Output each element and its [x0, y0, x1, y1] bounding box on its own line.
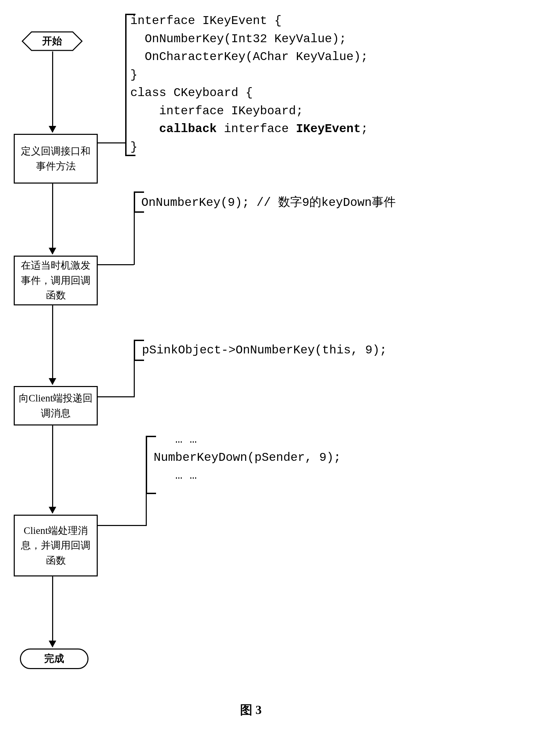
code-line: pSinkObject->OnNumberKey(this, 9); — [142, 343, 387, 357]
start-node: 开始 — [21, 31, 83, 51]
code-line: } — [130, 140, 138, 154]
code-line: callback interface IKeyEvent; — [130, 122, 368, 136]
code-line: … … — [154, 469, 197, 482]
box1-label: 定义回调接口和事件方法 — [18, 144, 93, 174]
code-line: interface IKeyEvent { — [130, 14, 282, 28]
arrow-icon — [52, 184, 53, 254]
end-node: 完成 — [20, 648, 88, 669]
process-trigger-event: 在适当时机激发事件，调用回调函数 — [14, 256, 98, 305]
end-label: 完成 — [44, 652, 64, 666]
box2-label: 在适当时机激发事件，调用回调函数 — [18, 258, 93, 303]
code-line: class CKeyboard { — [130, 86, 253, 100]
process-define-callback: 定义回调接口和事件方法 — [14, 134, 98, 184]
start-label: 开始 — [42, 34, 62, 48]
code-line: interface IKeyboard; — [130, 104, 303, 118]
code-line: NumberKeyDown(pSender, 9); — [154, 451, 341, 465]
connector-line — [98, 142, 125, 143]
arrow-icon — [52, 425, 53, 513]
arrow-icon — [52, 305, 53, 384]
box4-label: Client端处理消息，并调用回调函数 — [18, 523, 93, 568]
connector-line — [98, 525, 146, 526]
code-block-interface-definition: interface IKeyEvent { OnNumberKey(Int32 … — [130, 12, 368, 156]
process-deliver-message: 向Client端投递回调消息 — [14, 386, 98, 425]
code-line: OnNumberKey(Int32 KeyValue); — [130, 32, 346, 46]
connector-line — [98, 396, 134, 397]
box3-label: 向Client端投递回调消息 — [18, 391, 93, 421]
connector-line — [98, 264, 134, 265]
code-line: OnNumberKey(9); // 数字9的keyDown事件 — [141, 196, 396, 210]
code-block-event-call: OnNumberKey(9); // 数字9的keyDown事件 — [141, 194, 396, 212]
flowchart-diagram: 开始 定义回调接口和事件方法 在适当时机激发事件，调用回调函数 向Client端… — [7, 7, 556, 741]
code-line: OnCharacterKey(AChar KeyValue); — [130, 50, 368, 64]
figure-caption: 图 3 — [240, 702, 262, 718]
arrow-icon — [52, 576, 53, 647]
code-block-client-handler: … … NumberKeyDown(pSender, 9); … … — [154, 431, 341, 485]
arrow-icon — [52, 51, 53, 132]
process-client-handle: Client端处理消息，并调用回调函数 — [14, 515, 98, 576]
code-line: … … — [154, 433, 197, 446]
code-line: } — [130, 68, 138, 82]
code-block-sink-call: pSinkObject->OnNumberKey(this, 9); — [142, 341, 387, 360]
